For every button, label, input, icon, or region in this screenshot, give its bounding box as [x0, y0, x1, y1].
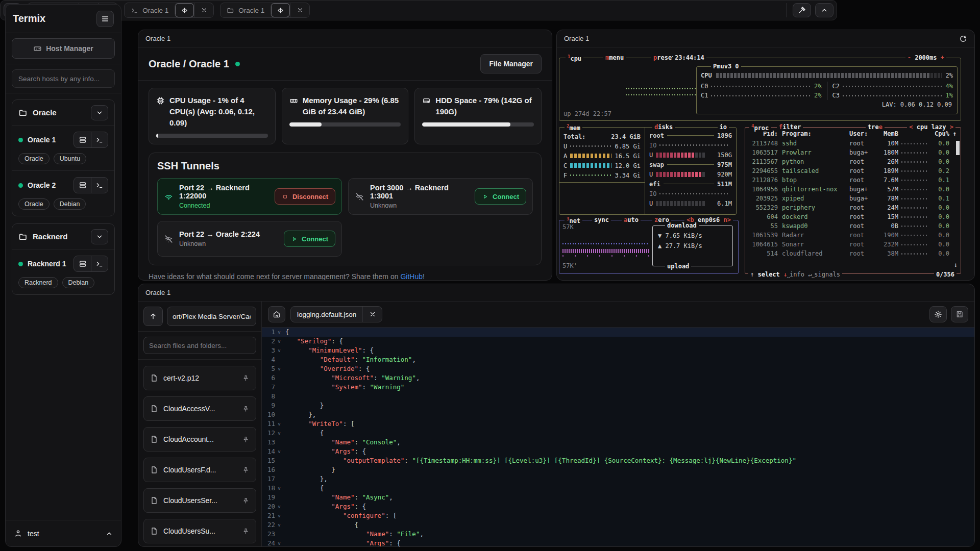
github-link[interactable]: GitHub: [400, 272, 423, 281]
tab-close-button[interactable]: [290, 3, 309, 17]
pin-icon[interactable]: [242, 436, 250, 443]
host-stats-button[interactable]: [74, 178, 91, 193]
editor-line[interactable]: 23 "Name": "File",: [262, 530, 974, 539]
tools-button[interactable]: [793, 3, 811, 17]
editor-line[interactable]: 16 }: [262, 465, 974, 474]
proc-row[interactable]: 203925xpipedbuga+78M0.1: [748, 194, 958, 203]
tab-label-segment[interactable]: Oracle 1: [220, 3, 271, 17]
user-menu[interactable]: test: [6, 520, 121, 546]
file-search-input[interactable]: [143, 337, 256, 354]
pin-icon[interactable]: [242, 528, 250, 535]
proc-rows[interactable]: 2113748sshdroot10M0.01063517Prowlarrbuga…: [745, 138, 961, 258]
folder-icon: [18, 232, 28, 241]
proc-row[interactable]: 1063517Prowlarrbuga+180M0.0: [748, 148, 958, 157]
ssh-tunnels-title: SSH Tunnels: [157, 160, 533, 172]
host-manager-button[interactable]: Host Manager: [12, 38, 115, 59]
proc-row[interactable]: 55kswapd0root0B0.0: [748, 221, 958, 231]
tunnel-connect-button[interactable]: Connect: [284, 231, 335, 247]
editor-line[interactable]: 20v "Args": {: [262, 502, 974, 511]
path-input[interactable]: [167, 307, 256, 326]
editor-line[interactable]: 5v "Override": {: [262, 364, 974, 373]
file-manager-button[interactable]: File Manager: [480, 54, 542, 73]
editor-line[interactable]: 19 "Name": "Async",: [262, 493, 974, 502]
tab-split-button[interactable]: [175, 3, 194, 17]
sidebar-menu-button[interactable]: [96, 11, 114, 27]
play-icon: [291, 236, 298, 242]
host-stats-button[interactable]: [74, 132, 91, 147]
editor-line[interactable]: 17 },: [262, 474, 974, 484]
editor-settings-button[interactable]: [929, 306, 947, 322]
tab-close-button[interactable]: [194, 3, 213, 17]
pin-icon[interactable]: [242, 405, 250, 413]
host-terminal-button[interactable]: [91, 256, 108, 271]
host-terminal-button[interactable]: [91, 178, 108, 193]
editor-line[interactable]: 24v "Args": {: [262, 539, 974, 546]
editor-line[interactable]: 4 "Default": "Information",: [262, 355, 974, 364]
host-row[interactable]: Oracle 2 Oracle Debian: [12, 171, 114, 216]
proc-row[interactable]: 2113567pythonroot26M0.0: [748, 157, 958, 166]
editor-line[interactable]: 18v {: [262, 484, 974, 493]
file-icon: [150, 435, 158, 443]
editor-line[interactable]: 14v "Args": {: [262, 447, 974, 456]
editor-line[interactable]: 8: [262, 392, 974, 401]
terminal-screen[interactable]: 1cpu mmenu preset * 23:44:14 - 2000ms + …: [557, 47, 974, 280]
editor-line[interactable]: 12v {: [262, 429, 974, 438]
editor-line[interactable]: 7 "System": "Warning": [262, 383, 974, 392]
wifi-off-icon: [355, 192, 364, 202]
editor-line[interactable]: 22v {: [262, 520, 974, 530]
file-item[interactable]: cert-v2.p12: [143, 366, 256, 390]
editor-line[interactable]: 21v "configure": [: [262, 511, 974, 520]
folder-header[interactable]: Oracle: [12, 100, 114, 126]
tunnel-connect-button[interactable]: Connect: [475, 188, 526, 205]
proc-row[interactable]: 2294655tailscaledroot189M0.2: [748, 166, 958, 176]
proc-row[interactable]: 2112876btoproot7.6M0.1: [748, 176, 958, 185]
tab-label-segment[interactable]: Oracle 1: [125, 3, 175, 17]
folder-collapse-button[interactable]: [91, 229, 108, 244]
proc-scrollbar[interactable]: [956, 141, 960, 155]
folder-collapse-button[interactable]: [91, 105, 108, 120]
file-item[interactable]: CloudAccount...: [143, 427, 256, 452]
pin-icon[interactable]: [242, 466, 250, 474]
net-speed-box: download ▼ 7.65 KiB/s ▲ 27.7 KiB/s uploa…: [652, 226, 733, 266]
editor-tab-close-button[interactable]: [362, 307, 382, 322]
tunnel-disconnect-button[interactable]: Disconnect: [275, 188, 335, 205]
editor-line[interactable]: 3v "MinimumLevel": {: [262, 346, 974, 355]
editor-line[interactable]: 11v "WriteTo": [: [262, 419, 974, 429]
pin-icon[interactable]: [242, 497, 250, 505]
proc-row[interactable]: 1064956qbittorrent-noxbuga+57M0.0: [748, 185, 958, 194]
host-stats-button[interactable]: [74, 256, 91, 271]
folder-header[interactable]: Racknerd: [12, 224, 114, 249]
file-item[interactable]: CloudUsersSer...: [143, 488, 256, 513]
editor-tab-label[interactable]: logging.default.json: [291, 307, 362, 322]
pin-icon[interactable]: [242, 374, 250, 382]
editor-line[interactable]: 9 }: [262, 401, 974, 410]
editor-line[interactable]: 10 },: [262, 410, 974, 419]
host-row[interactable]: Racknerd 1 Racknerd Debian: [12, 249, 114, 294]
proc-row[interactable]: 2113748sshdroot10M0.0: [748, 139, 958, 148]
collapse-tabbar-button[interactable]: [815, 3, 834, 17]
proc-row[interactable]: 1064615Sonarrroot232M0.0: [748, 240, 958, 249]
file-item[interactable]: CloudUsersF.d...: [143, 458, 256, 482]
editor-line[interactable]: 1v{: [262, 328, 974, 337]
editor-save-button[interactable]: [951, 306, 968, 322]
host-search-input[interactable]: [12, 69, 115, 88]
btop-cpu-detail-box: Pmuv3 0 CPU 2% C02% C12% C24% C31%: [696, 66, 958, 114]
editor-home-button[interactable]: [268, 306, 285, 322]
host-row[interactable]: Oracle 1 Oracle Ubuntu: [12, 126, 114, 171]
proc-row[interactable]: 514cloudflaredroot38M0.0: [748, 249, 958, 258]
editor-line[interactable]: 6 "Microsoft": "Warning",: [262, 373, 974, 383]
file-item[interactable]: CloudUsersSu...: [143, 519, 256, 543]
proc-row[interactable]: 1061539Radarrroot190M0.0: [748, 231, 958, 240]
refresh-icon[interactable]: [959, 35, 967, 43]
proc-row[interactable]: 604dockerdroot15M0.0: [748, 212, 958, 221]
host-terminal-button[interactable]: [91, 132, 108, 147]
proc-row[interactable]: 552329peripheryroot24M0.0: [748, 203, 958, 212]
code-editor[interactable]: 1v{2v "Serilog": {3v "MinimumLevel": {4 …: [262, 328, 974, 546]
file-item[interactable]: CloudAccessV...: [143, 396, 256, 421]
panel-header: Oracle 1: [138, 30, 552, 47]
tab-split-button[interactable]: [271, 3, 290, 17]
editor-line[interactable]: 2v "Serilog": {: [262, 337, 974, 346]
editor-line[interactable]: 15 "outputTemplate": "[{Timestamp:HH:mm:…: [262, 456, 974, 465]
parent-directory-button[interactable]: [143, 307, 163, 326]
editor-line[interactable]: 13 "Name": "Console",: [262, 438, 974, 447]
